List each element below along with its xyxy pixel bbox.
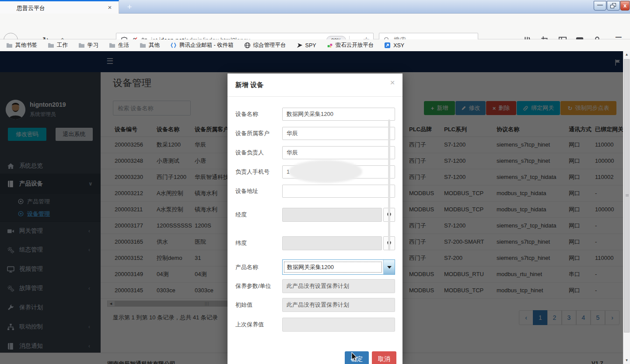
redaction-blur — [289, 160, 362, 183]
window-close-button[interactable]: x — [620, 1, 630, 10]
tencent-mail-icon — [170, 42, 177, 49]
bookmarks-bar: 其他书签 工作 学习 生活 其他 腾讯企业邮箱 - 收件箱 综合管理平台 SPY… — [0, 39, 630, 51]
bookmark-mgmt-platform[interactable]: 综合管理平台 — [244, 42, 286, 49]
bookmark-folder[interactable]: 生活 — [109, 42, 129, 49]
last-maintenance-input — [282, 318, 395, 332]
chevron-down-icon[interactable] — [383, 260, 395, 274]
field-label: 经度 — [235, 208, 247, 222]
browser-titlebar: 思普云平台 × + — x — [0, 0, 630, 14]
cancel-button[interactable]: 取消 — [372, 351, 396, 364]
field-label: 产品名称 — [235, 259, 258, 275]
divider — [228, 96, 402, 97]
field-label: 初始值 — [235, 298, 252, 312]
field-label: 设备所属客户 — [235, 127, 270, 140]
field-label: 负责人手机号 — [235, 165, 270, 178]
screen: 思普云平台 × + — x ← → ↻ ⌂ iot.idosp.net/admi… — [0, 0, 630, 364]
field-label: 设备地址 — [235, 185, 258, 198]
scrollbar-thumb[interactable] — [624, 59, 630, 332]
scrollbar-grip — [626, 194, 629, 196]
product-select[interactable]: 数据网关采集1200 — [282, 259, 395, 275]
field-label: 设备名称 — [235, 108, 258, 121]
page-content: ☰ hignton2019 系统管理员 修改密码 退出系统 系统总览 产品设备∨… — [0, 51, 630, 364]
bookmark-folder[interactable]: 工作 — [48, 42, 68, 49]
browser-toolbar: ← → ↻ ⌂ iot.idosp.net/admin/index.html?l… — [0, 14, 630, 39]
bookmark-folder[interactable]: 其他书签 — [6, 42, 37, 49]
modal-scrollbar[interactable] — [388, 119, 390, 251]
browser-tab[interactable]: 思普云平台 × — [0, 0, 119, 14]
scroll-down-icon[interactable]: ▼ — [623, 357, 630, 364]
spy-icon — [297, 42, 303, 49]
window-minimize-button[interactable]: — — [594, 1, 606, 10]
window-restore-button[interactable] — [607, 1, 620, 10]
latitude-input — [282, 236, 382, 250]
maintenance-param-input: 此产品没有设置保养计划 — [282, 279, 395, 293]
field-label: 设备负责人 — [235, 146, 264, 159]
tab-close-icon[interactable]: × — [105, 4, 114, 11]
owner-input[interactable]: 华辰 — [282, 146, 395, 159]
device-name-input[interactable]: 数据网关采集1200 — [282, 108, 395, 121]
bookmark-tencent-mail[interactable]: 腾讯企业邮箱 - 收件箱 — [170, 42, 234, 49]
field-label: 纬度 — [235, 236, 247, 250]
ezviz-icon — [327, 42, 333, 49]
customer-input[interactable]: 华辰 — [282, 127, 395, 140]
browser-vertical-scrollbar[interactable]: ▲ ▼ — [623, 51, 630, 364]
globe-icon — [244, 42, 251, 49]
modal-title: 新增 设备 — [235, 81, 263, 89]
xsy-icon — [384, 42, 391, 49]
address-input[interactable] — [282, 185, 395, 198]
initial-value-input: 此产品没有设置保养计划 — [282, 298, 395, 312]
bookmark-folder[interactable]: 学习 — [78, 42, 98, 49]
bookmark-xsy[interactable]: XSY — [384, 42, 404, 49]
field-label: 保养参数/单位 — [235, 279, 271, 293]
tab-title: 思普云平台 — [17, 4, 45, 12]
add-device-modal: 新增 设备 × 设备名称 数据网关采集1200 设备所属客户 华辰 设备负责人 … — [228, 74, 402, 364]
field-label: 上次保养值 — [235, 318, 264, 332]
bookmark-spy[interactable]: SPY — [297, 42, 316, 49]
bookmark-ezviz[interactable]: 萤石云开放平台 — [327, 42, 374, 49]
new-tab-button[interactable]: + — [124, 2, 135, 12]
bookmark-folder[interactable]: 其他 — [140, 42, 160, 49]
mouse-cursor — [350, 352, 359, 362]
scroll-up-icon[interactable]: ▲ — [623, 51, 630, 58]
close-icon[interactable]: × — [388, 78, 397, 88]
longitude-input — [282, 208, 382, 222]
